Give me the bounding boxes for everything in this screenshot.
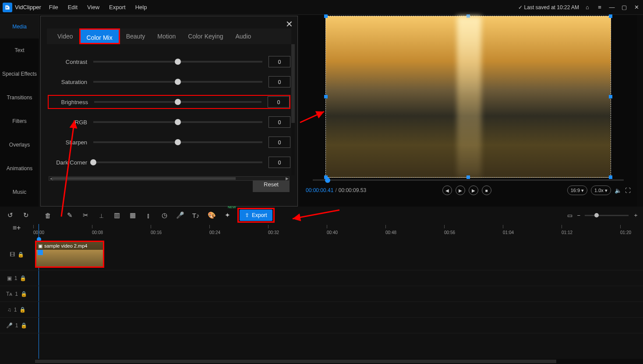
timeline-clip[interactable]: ▣sample video 2.mp4 <box>35 241 104 268</box>
duration-icon[interactable]: ◷ <box>159 210 170 221</box>
slider-saturation: Saturation 0 <box>48 75 290 89</box>
preview-canvas[interactable] <box>325 16 611 178</box>
ruler-tick: 00:56 <box>444 230 455 235</box>
sidebar-item-music[interactable]: Music <box>0 180 39 204</box>
volume-icon[interactable]: 🔈 <box>615 187 622 194</box>
slider-value[interactable]: 0 <box>269 56 290 67</box>
lock-icon[interactable]: 🔒 <box>21 322 27 329</box>
text-icon: Tᴀ <box>6 291 12 297</box>
audio-track: ♫1 🔒 <box>0 302 643 318</box>
timecode: 00:00:00.41/00:00:09.53 <box>306 187 366 193</box>
tab-color-keying[interactable]: Color Keying <box>182 28 229 44</box>
minimize-button[interactable]: — <box>608 4 616 10</box>
hamburger-icon[interactable]: ≡ <box>596 4 604 10</box>
ruler-tick: 00:48 <box>385 230 396 235</box>
zoom-out-icon[interactable]: − <box>577 212 580 219</box>
ruler-tick: 01:04 <box>503 230 514 235</box>
slider-sharpen: Sharpen 0 <box>48 135 290 149</box>
resize-handle[interactable] <box>324 14 328 18</box>
slider-dark-corner: Dark Corner 0 <box>48 155 290 169</box>
text-to-speech-icon[interactable]: T♪ <box>190 210 201 221</box>
sidebar-item-overlays[interactable]: Overlays <box>0 133 39 157</box>
voice-track: 🎤1 🔒 <box>0 318 643 333</box>
timeline-hscrollbar[interactable] <box>35 359 643 364</box>
speed-selector[interactable]: 1.0x ▾ <box>591 186 611 195</box>
cut-icon[interactable]: ✂ <box>80 210 91 221</box>
main-menu: File Edit View Export Help <box>49 4 147 10</box>
music-icon: ♫ <box>7 307 11 313</box>
slider-track[interactable] <box>93 61 262 63</box>
ruler-tick: 00:40 <box>327 230 338 235</box>
enhance-icon[interactable]: ✦ <box>222 210 233 221</box>
video-track: 🎞 🔒 ▣sample video 2.mp4 <box>0 239 643 270</box>
panel-hscrollbar[interactable]: ◀ ▶ <box>49 176 290 181</box>
ruler-tick: 00:16 <box>151 230 162 235</box>
scroll-right-icon[interactable]: ▶ <box>285 177 289 180</box>
tab-color-mix[interactable]: Color Mix <box>79 28 120 44</box>
menu-help[interactable]: Help <box>135 4 147 10</box>
sidebar-item-media[interactable]: Media <box>0 15 39 38</box>
sidebar-item-special-effects[interactable]: Special Effects <box>0 62 39 86</box>
undo-icon[interactable]: ↺ <box>4 210 16 221</box>
ruler-tick: 01:12 <box>562 230 572 235</box>
export-button[interactable]: ⇪ Export <box>240 210 272 221</box>
split-icon[interactable]: ▥ <box>111 210 123 221</box>
fullscreen-icon[interactable]: ⛶ <box>625 187 631 194</box>
preview-area: 00:00:00.41/00:00:09.53 ◀ ▶ ▶ ■ 16:9 ▾ 1… <box>300 15 637 206</box>
sidebar-item-transitions[interactable]: Transitions <box>0 86 39 109</box>
mic-icon: 🎤 <box>6 322 13 329</box>
next-frame-button[interactable]: ▶ <box>469 186 478 195</box>
timeline-ruler[interactable]: 00:0000:0800:1600:2400:3200:4000:4800:56… <box>33 224 643 237</box>
film-icon: 🎞 <box>10 252 15 258</box>
lock-icon[interactable]: 🔒 <box>20 275 26 281</box>
menu-file[interactable]: File <box>49 4 58 10</box>
fit-icon[interactable]: ▭ <box>567 212 572 219</box>
menu-edit[interactable]: Edit <box>68 4 78 10</box>
stop-button[interactable]: ■ <box>482 186 491 195</box>
resize-handle[interactable] <box>324 95 328 98</box>
tab-beauty[interactable]: Beauty <box>120 28 152 44</box>
edit-icon[interactable]: ✎ <box>64 210 75 221</box>
mosaic-icon[interactable]: ▦ <box>127 210 138 221</box>
bars-icon[interactable]: ⫿ <box>143 210 154 221</box>
tab-video[interactable]: Video <box>51 28 79 44</box>
maximize-button[interactable]: ▢ <box>620 4 628 10</box>
paint-icon[interactable]: 🎨 <box>206 210 217 221</box>
preview-scrubber[interactable] <box>313 178 624 182</box>
ruler-tick: 00:32 <box>268 230 279 235</box>
resize-handle[interactable] <box>466 14 470 18</box>
home-icon[interactable]: ⌂ <box>583 4 591 10</box>
lock-icon[interactable]: 🔒 <box>19 307 26 313</box>
lock-icon[interactable]: 🔒 <box>18 252 24 258</box>
ruler-tick: 00:08 <box>92 230 103 235</box>
resize-handle[interactable] <box>609 95 612 98</box>
redo-icon[interactable]: ↻ <box>20 210 32 221</box>
menu-view[interactable]: View <box>87 4 99 10</box>
zoom-slider[interactable] <box>585 215 629 216</box>
pip-icon: ▣ <box>7 275 12 281</box>
export-icon: ⇪ <box>245 212 249 218</box>
aspect-ratio-selector[interactable]: 16:9 ▾ <box>567 186 587 195</box>
lock-icon[interactable]: 🔒 <box>21 291 27 297</box>
tab-motion[interactable]: Motion <box>151 28 182 44</box>
tab-audio[interactable]: Audio <box>229 28 257 44</box>
save-status: ✓ Last saved at 10:22 AM <box>518 4 579 10</box>
ruler-tick: 00:24 <box>209 230 220 235</box>
play-button[interactable]: ▶ <box>456 186 465 195</box>
prev-frame-button[interactable]: ◀ <box>442 186 452 195</box>
resize-handle[interactable] <box>609 14 612 18</box>
zoom-in-icon[interactable]: ＋ <box>633 211 639 219</box>
close-button[interactable]: ✕ <box>632 4 640 10</box>
timeline-options-icon[interactable]: ≡+ <box>0 224 33 232</box>
menu-export[interactable]: Export <box>109 4 126 10</box>
voiceover-icon[interactable]: 🎤 <box>174 210 186 221</box>
sidebar-item-filters[interactable]: Filters <box>0 109 39 133</box>
toolbar: ↺ ↻ 🗑 ✎ ✂ ⟂ ▥ ▦ ⫿ ◷ 🎤 T♪ 🎨 ✦ ⇪ Export ▭ … <box>0 206 643 224</box>
close-icon[interactable]: ✕ <box>286 19 293 29</box>
crop-icon[interactable]: ⟂ <box>95 210 107 221</box>
text-track: Tᴀ1 🔒 <box>0 286 643 302</box>
delete-icon[interactable]: 🗑 <box>42 210 53 221</box>
sidebar-item-text[interactable]: Text <box>0 38 39 62</box>
cut-marker-icon <box>38 250 43 255</box>
sidebar-item-animations[interactable]: Animations <box>0 157 39 180</box>
